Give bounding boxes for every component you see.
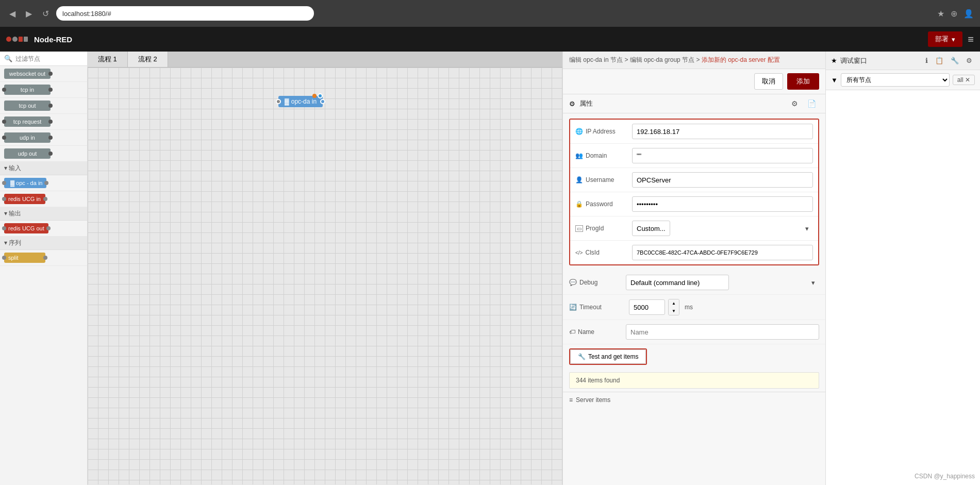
globe-icon: 🌐 bbox=[575, 128, 583, 135]
section-input[interactable]: ▾ 输入 bbox=[0, 162, 87, 175]
timeout-spinner: ▲ ▼ bbox=[668, 299, 679, 315]
debug-info-button[interactable]: ℹ bbox=[923, 56, 931, 65]
list-item[interactable]: websocket out bbox=[0, 66, 87, 82]
timeout-input[interactable] bbox=[629, 299, 665, 315]
group-icon: 👥 bbox=[575, 152, 583, 159]
spinner-down-button[interactable]: ▼ bbox=[669, 307, 679, 315]
rect-icon: ▭ bbox=[575, 225, 583, 232]
debug-clear-button[interactable]: all ✕ bbox=[953, 75, 975, 85]
flow-tabs: 流程 1 流程 2 bbox=[88, 52, 562, 68]
debug-select-wrapper: Default (command line) Off On ▾ bbox=[626, 275, 819, 290]
refresh-button[interactable]: ↺ bbox=[39, 7, 52, 21]
debug-star-icon: ★ bbox=[831, 57, 837, 64]
browser-icons: ★ ⊕ 👤 bbox=[937, 9, 974, 19]
breadcrumb: 编辑 opc-da in 节点 > 编辑 opc-da group 节点 > 添… bbox=[563, 52, 825, 69]
debug-settings-button[interactable]: ⚙ bbox=[964, 56, 975, 65]
name-input[interactable] bbox=[626, 324, 819, 340]
form-row-timeout: 🔄 Timeout ▲ ▼ ms bbox=[563, 295, 825, 320]
progid-label: ▭ ProgId bbox=[575, 225, 632, 232]
name-label: 🏷 Name bbox=[569, 328, 626, 336]
list-item[interactable]: tcp in bbox=[0, 82, 87, 98]
node-block-udp-in: udp in bbox=[4, 132, 51, 143]
flow-area: 流程 1 流程 2 ▓ opc-da in bbox=[88, 52, 562, 485]
debug-filter-select[interactable]: 所有节点 bbox=[841, 73, 950, 87]
flow-canvas[interactable]: ▓ opc-da in bbox=[88, 68, 562, 484]
filter-icon: ▼ bbox=[831, 76, 838, 84]
list-item[interactable]: tcp out bbox=[0, 98, 87, 114]
debug-select-arrow-icon: ▾ bbox=[811, 279, 815, 287]
progid-select-wrapper: Custom... ▾ bbox=[632, 221, 813, 236]
debug-body bbox=[826, 90, 980, 485]
password-input[interactable] bbox=[632, 196, 813, 212]
watermark: CSDN @y_happiness bbox=[915, 473, 975, 480]
extension-icon[interactable]: ⊕ bbox=[951, 9, 957, 19]
debug-wrench-button[interactable]: 🔧 bbox=[948, 56, 961, 65]
debug-select[interactable]: Default (command line) Off On bbox=[626, 275, 729, 290]
deploy-button[interactable]: 部署 ▾ bbox=[928, 31, 962, 47]
list-item[interactable]: ▓ opc - da in bbox=[0, 175, 87, 191]
wrench-icon: 🔧 bbox=[578, 353, 586, 360]
browser-bar: ◀ ▶ ↺ localhost:1880/# ★ ⊕ 👤 bbox=[0, 0, 980, 27]
domain-label: 👥 Domain bbox=[575, 152, 632, 159]
menu-button[interactable]: ≡ bbox=[968, 34, 974, 45]
main-layout: 🔍 websocket out tcp in tcp out bbox=[0, 52, 980, 485]
username-label: 👤 Username bbox=[575, 176, 632, 183]
domain-input[interactable] bbox=[632, 148, 813, 163]
topbar: Node-RED 部署 ▾ ≡ bbox=[0, 27, 980, 52]
form-row-name: 🏷 Name bbox=[563, 320, 825, 344]
gear-icon: ⚙ bbox=[569, 100, 575, 108]
form-row-debug: 💬 Debug Default (command line) Off On ▾ bbox=[563, 271, 825, 295]
progid-select[interactable]: Custom... bbox=[632, 221, 670, 236]
forward-button[interactable]: ▶ bbox=[23, 7, 35, 21]
select-arrow-icon: ▾ bbox=[805, 225, 809, 232]
canvas-node-label: opc-da in bbox=[291, 98, 317, 105]
config-header-icons: ⚙ 📄 bbox=[788, 98, 819, 109]
search-input[interactable] bbox=[15, 55, 83, 62]
test-button[interactable]: 🔧 Test and get items bbox=[570, 349, 646, 364]
timeout-label: 🔄 Timeout bbox=[569, 304, 626, 311]
items-found: 344 items found bbox=[569, 372, 819, 389]
list-item[interactable]: udp in bbox=[0, 130, 87, 146]
list-item[interactable]: split bbox=[0, 250, 87, 266]
tab-flow2[interactable]: 流程 2 bbox=[128, 52, 168, 67]
debug-title: 调试窗口 bbox=[840, 56, 867, 65]
section-sequence[interactable]: ▾ 序列 bbox=[0, 237, 87, 250]
list-item[interactable]: tcp request bbox=[0, 114, 87, 130]
breadcrumb-active: 添加新的 opc-da server 配置 bbox=[702, 56, 780, 63]
back-button[interactable]: ◀ bbox=[6, 7, 19, 21]
debug-panel: ★ 调试窗口 ℹ 📋 🔧 ⚙ ▼ 所有节点 all ✕ bbox=[825, 52, 980, 485]
node-block-tcp-in: tcp in bbox=[4, 85, 51, 95]
profile-icon[interactable]: 👤 bbox=[964, 9, 974, 19]
form-row-clsid: </> ClsId bbox=[570, 241, 818, 264]
cancel-button[interactable]: 取消 bbox=[754, 73, 783, 90]
form-row-password: 🔒 Password bbox=[570, 192, 818, 216]
sidebar: 🔍 websocket out tcp in tcp out bbox=[0, 52, 88, 485]
add-button[interactable]: 添加 bbox=[787, 73, 819, 90]
config-panel: 编辑 opc-da in 节点 > 编辑 opc-da group 节点 > 添… bbox=[562, 52, 825, 485]
section-output[interactable]: ▾ 输出 bbox=[0, 207, 87, 221]
form-section-credentials: 🌐 IP Address 👥 Domain 👤 bbox=[569, 119, 819, 265]
node-block-tcp-out: tcp out bbox=[4, 101, 51, 111]
clsid-input[interactable] bbox=[632, 245, 813, 260]
list-item[interactable]: redis UCG in bbox=[0, 191, 87, 207]
list-item[interactable]: udp out bbox=[0, 146, 87, 162]
username-input[interactable] bbox=[632, 172, 813, 188]
debug-clipboard-button[interactable]: 📋 bbox=[933, 56, 946, 65]
breadcrumb-separator2: > bbox=[696, 56, 701, 63]
node-block-tcp-request: tcp request bbox=[4, 116, 51, 127]
config-body: 🌐 IP Address 👥 Domain 👤 bbox=[563, 113, 825, 485]
form-row-username: 👤 Username bbox=[570, 168, 818, 192]
list-item[interactable]: redis UCG out bbox=[0, 221, 87, 237]
doc-icon-btn[interactable]: 📄 bbox=[804, 98, 819, 109]
list-icon: ≡ bbox=[569, 396, 573, 404]
ip-input[interactable] bbox=[632, 124, 813, 139]
config-actions: 取消 添加 bbox=[563, 69, 825, 94]
star-icon[interactable]: ★ bbox=[937, 9, 944, 19]
debug-icons: ℹ 📋 🔧 ⚙ bbox=[923, 56, 975, 65]
ip-label: 🌐 IP Address bbox=[575, 128, 632, 135]
settings-icon-btn[interactable]: ⚙ bbox=[788, 98, 801, 109]
spinner-up-button[interactable]: ▲ bbox=[669, 299, 679, 307]
form-row-domain: 👥 Domain bbox=[570, 144, 818, 168]
code-icon: </> bbox=[575, 250, 583, 256]
tab-flow1[interactable]: 流程 1 bbox=[88, 52, 128, 67]
